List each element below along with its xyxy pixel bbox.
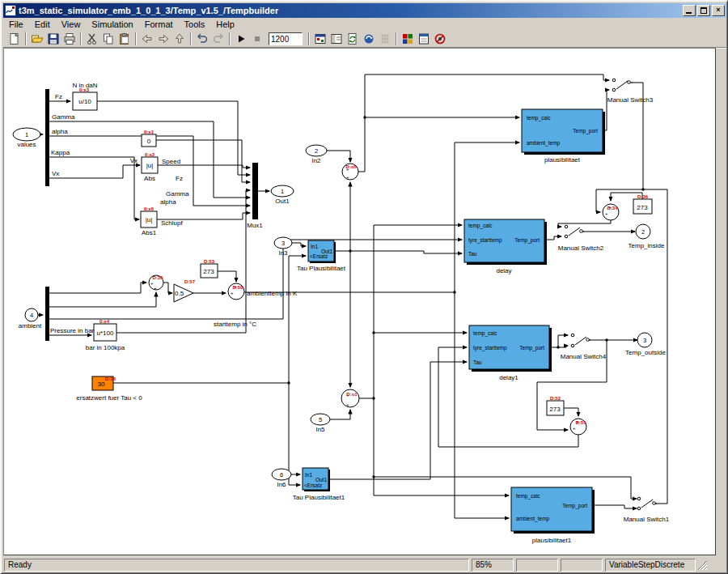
manual-switch1-name: Manual Switch1 — [624, 516, 670, 523]
inport-in3[interactable]: 3 In3 — [274, 237, 292, 257]
simulink-app-icon — [5, 5, 16, 16]
open-icon[interactable] — [29, 32, 45, 46]
gain-u100-block[interactable]: u*100 0:x4 bar in 100kpa — [86, 319, 125, 351]
resize-grip[interactable] — [697, 560, 707, 570]
sim-stop-time-field[interactable] — [269, 32, 303, 45]
toolbar-separator — [135, 32, 137, 45]
wire — [49, 165, 140, 178]
toolbar-separator — [190, 32, 192, 45]
svg-text:+: + — [346, 175, 349, 180]
abs-block[interactable]: |u| 0:x2 Abs — [142, 152, 158, 182]
status-solver: VariableStepDiscrete — [605, 559, 696, 572]
constant-273c-value: 273 — [549, 406, 561, 413]
manual-switch2[interactable]: Manual Switch2 — [558, 225, 604, 252]
constant-0-block[interactable]: 0 0:x1 — [142, 130, 156, 147]
manual-switch4[interactable]: Manual Switch4 — [561, 334, 607, 360]
update-diagram-icon[interactable] — [345, 32, 361, 46]
paste-icon[interactable] — [116, 32, 133, 46]
outport-temp-outside[interactable]: 3 Temp_outside — [625, 333, 666, 356]
subsystem-name: delay — [496, 267, 511, 274]
gain-05-block[interactable]: 0.5 D:57 — [174, 279, 196, 302]
constant-30-name: ersatzwert fuer Tau < 0 — [76, 394, 142, 402]
mux1-bar[interactable] — [252, 163, 258, 219]
constant-30-block[interactable]: 30 D:16 ersatzwert fuer Tau < 0 — [76, 376, 142, 402]
outport-out1-label: Out1 — [275, 198, 290, 205]
copy-icon[interactable] — [100, 32, 116, 46]
manual-switch3[interactable]: Manual Switch3 — [607, 79, 654, 104]
sum6-tag: D:o1 — [346, 392, 358, 397]
inport-in5[interactable]: 5 In5 — [311, 414, 330, 433]
maximize-button[interactable] — [697, 5, 710, 16]
outport-temp-inside[interactable]: 2 Temp_inside — [629, 224, 665, 249]
new-model-icon[interactable] — [6, 32, 23, 46]
port-label: In1 — [305, 472, 312, 478]
inport-values[interactable]: 1 values — [13, 128, 40, 148]
inport-ambient-label: ambient — [19, 322, 42, 330]
minimize-button[interactable] — [683, 5, 696, 16]
inport-ambient[interactable]: 4 ambient — [19, 308, 42, 330]
menu-edit[interactable]: Edit — [29, 19, 56, 30]
outport-temp-inside-num: 2 — [641, 228, 645, 236]
redo-icon[interactable] — [210, 32, 226, 46]
port-label: temp_calc — [527, 115, 551, 121]
subsystem-plausibilitaet1[interactable]: temp_calc ambient_temp Temp_port plausib… — [511, 487, 595, 544]
constant-273b-block[interactable]: 273 D:36 — [633, 194, 652, 214]
port-label: tyre_starttemp — [473, 345, 507, 351]
inport-in2-label: In2 — [311, 157, 321, 164]
nav-back-icon[interactable] — [139, 32, 155, 46]
gain-u10-block[interactable]: u/10 0:x3 N in daN — [72, 82, 97, 110]
undo-icon[interactable] — [194, 32, 210, 46]
stop-simulation-icon[interactable] — [249, 32, 265, 46]
subsystem-delay1[interactable]: temp_calc tyre_starttemp Tau Temp_port d… — [469, 325, 552, 381]
menu-file[interactable]: File — [3, 19, 29, 30]
menu-view[interactable]: View — [56, 19, 87, 30]
manual-switch1[interactable]: Manual Switch1 — [624, 497, 670, 523]
save-icon[interactable] — [45, 32, 61, 46]
menu-tools[interactable]: Tools — [179, 19, 211, 30]
library-browser-icon[interactable] — [312, 32, 328, 46]
abs1-block[interactable]: |u| 0:x6 Abs1 — [141, 206, 157, 236]
svg-text:+: + — [573, 426, 576, 431]
simulink-library-icon[interactable] — [400, 32, 416, 46]
close-button[interactable]: × — [712, 5, 725, 16]
inport-values-num: 1 — [25, 131, 28, 138]
inport-in6-label: In6 — [277, 481, 286, 488]
menu-simulation[interactable]: Simulation — [86, 19, 138, 30]
toolbar-separator — [229, 32, 231, 45]
signal-label-speed: Speed — [162, 158, 180, 165]
build-icon[interactable] — [361, 32, 377, 46]
menu-format[interactable]: Format — [139, 19, 179, 30]
subsystem-plausibilitaet[interactable]: temp_calc ambient_temp Temp_port plausib… — [522, 109, 605, 164]
demux-ambient-bar[interactable] — [45, 287, 49, 341]
menu-help[interactable]: Help — [210, 19, 240, 30]
inport-in5-label: In5 — [315, 426, 325, 433]
title-bar[interactable]: t3m_static_simulator_emb_1_0_1_3/Temp_v1… — [3, 3, 726, 18]
inport-in3-num: 3 — [281, 240, 285, 247]
print-icon[interactable] — [61, 32, 78, 46]
wire — [292, 243, 306, 246]
cut-icon[interactable] — [84, 32, 100, 46]
svg-text:+: + — [154, 286, 157, 291]
highlight-off-icon[interactable] — [432, 32, 448, 46]
subsystem-delay[interactable]: temp_calc tyre_starttemp Tau Temp_port d… — [464, 219, 547, 274]
sum-blocks[interactable] — [149, 164, 619, 435]
constant-273c-block[interactable]: 273 D:52 — [547, 396, 564, 415]
subsystem-tau-plausibilitaet1[interactable]: In1 Out1 <Ersatz Tau Plausibilitaet1 — [293, 468, 345, 501]
nav-up-icon[interactable] — [171, 32, 188, 46]
wire — [328, 362, 467, 479]
demux-values-bar[interactable] — [45, 89, 49, 186]
start-simulation-icon[interactable] — [233, 32, 249, 46]
nav-forward-icon[interactable] — [155, 32, 171, 46]
constant-273b-tag: D:36 — [637, 194, 649, 199]
signal-label-alpha: alpha — [160, 198, 176, 206]
constant-273a-block[interactable]: 273 D:53 — [201, 259, 218, 278]
outport-out1[interactable]: 1 Out1 — [271, 185, 294, 205]
model-explorer-icon[interactable] — [416, 32, 432, 46]
manual-switch4-name: Manual Switch4 — [561, 353, 607, 360]
inport-in6[interactable]: 6 In6 — [272, 469, 291, 488]
debug-grid-icon[interactable] — [377, 32, 393, 46]
signal-label-kappa-bus: Kappa — [51, 149, 70, 156]
inport-in2[interactable]: 2 In2 — [306, 145, 327, 164]
model-browser-icon[interactable] — [328, 32, 345, 46]
model-canvas[interactable]: Mux1 1 values 2 In2 3 In3 4 ambient — [3, 48, 716, 555]
